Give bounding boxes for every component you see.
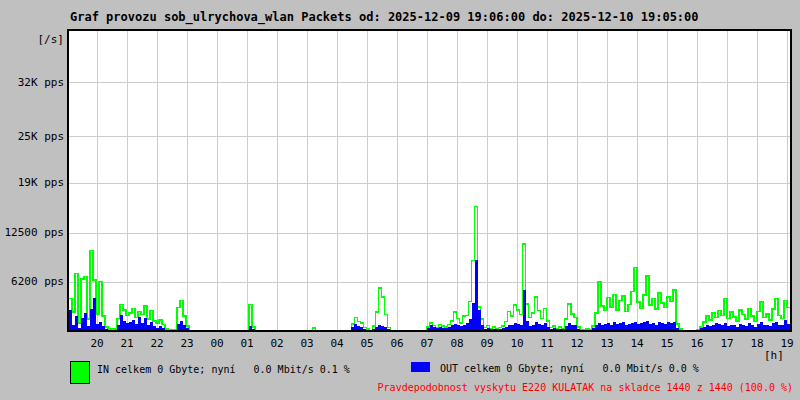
traffic-graph-window: Graf provozu sob_ulrychova_wlan Packets …	[0, 0, 800, 400]
x-axis-tick-label: 12	[564, 338, 590, 350]
plot-area	[67, 29, 792, 332]
x-axis-tick-label: 01	[234, 338, 260, 350]
legend-out-label: OUT celkem 0 Gbyte; nyní 0.0 Mbit/s 0.0 …	[440, 363, 699, 375]
x-axis-tick-label: 14	[624, 338, 650, 350]
x-axis-tick-label: 23	[174, 338, 200, 350]
x-axis-tick-label: 22	[144, 338, 170, 350]
x-axis-tick-label: 13	[594, 338, 620, 350]
x-axis-tick-label: 16	[684, 338, 710, 350]
traffic-chart	[69, 31, 790, 330]
x-axis-tick-label: 05	[354, 338, 380, 350]
legend-in-swatch	[70, 361, 90, 384]
y-axis-tick-label: 12500 pps	[0, 226, 64, 239]
x-axis-tick-label: 10	[504, 338, 530, 350]
x-axis-tick-label: 20	[84, 338, 110, 350]
x-axis-tick-label: 03	[294, 338, 320, 350]
page-title: Graf provozu sob_ulrychova_wlan Packets …	[70, 10, 699, 24]
x-axis-tick-label: 21	[114, 338, 140, 350]
x-axis-tick-label: 17	[714, 338, 740, 350]
series-in-line	[69, 206, 790, 330]
x-axis-tick-label: 04	[324, 338, 350, 350]
x-axis-tick-label: 06	[384, 338, 410, 350]
y-axis-tick-label: 25K pps	[0, 130, 64, 143]
legend-out-swatch	[411, 362, 430, 372]
x-axis-tick-label: 09	[474, 338, 500, 350]
y-axis-tick-label: 32K pps	[0, 76, 64, 89]
x-axis-tick-label: 00	[204, 338, 230, 350]
y-axis-unit-label: [/s]	[0, 33, 64, 46]
probability-footer-text: Pravdepodobnost vyskytu E220 KULATAK na …	[378, 382, 793, 394]
x-axis-tick-label: 15	[654, 338, 680, 350]
x-axis-tick-label: 07	[414, 338, 440, 350]
x-axis-unit-label: [h]	[764, 349, 784, 362]
x-axis-tick-label: 11	[534, 338, 560, 350]
legend-in-label: IN celkem 0 Gbyte; nyní 0.0 Mbit/s 0.1 %	[97, 364, 350, 376]
y-axis-tick-label: 19K pps	[0, 176, 64, 189]
y-axis-tick-label: 6200 pps	[0, 275, 64, 288]
x-axis-tick-label: 02	[264, 338, 290, 350]
x-axis-tick-label: 08	[444, 338, 470, 350]
